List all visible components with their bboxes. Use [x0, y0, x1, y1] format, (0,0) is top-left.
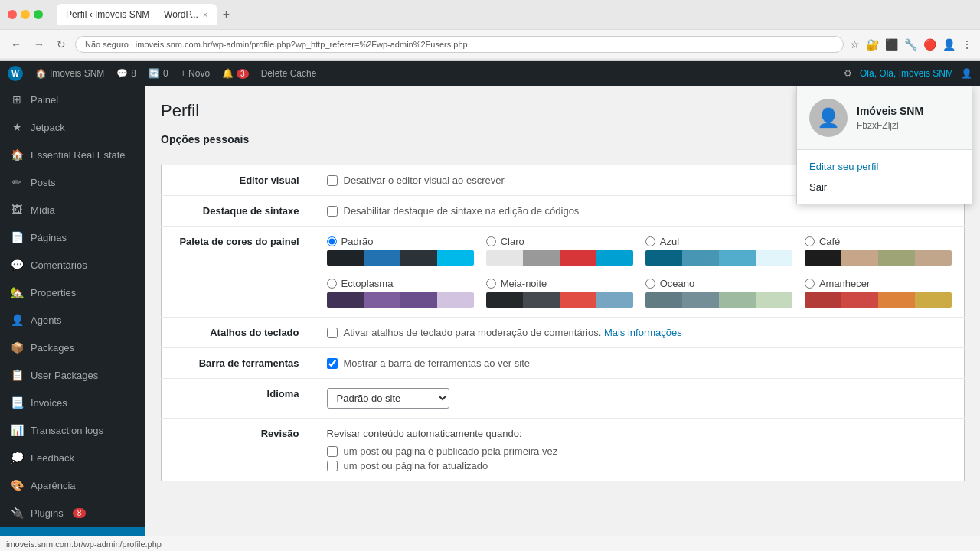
color-radio-padrao[interactable] [327, 236, 337, 246]
tab-close-button[interactable]: × [203, 11, 207, 19]
sidebar-item-packages[interactable]: 📦 Packages [0, 334, 145, 361]
close-traffic-light[interactable] [8, 10, 17, 19]
menu-icon[interactable]: ⋮ [962, 38, 972, 51]
packages-icon: 📦 [9, 340, 24, 355]
revision-check1-checkbox[interactable] [327, 446, 338, 457]
visual-editor-checkbox[interactable] [327, 175, 338, 186]
syntax-highlight-label: Destaque de sintaxe [162, 196, 315, 227]
toolbar-checkbox[interactable] [327, 358, 338, 369]
admin-bar-comments[interactable]: 💬 8 [116, 68, 136, 79]
greeting-name: Olá, Imóveis SNM [879, 68, 953, 79]
comments-count: 8 [131, 68, 136, 79]
sidebar-item-paginas[interactable]: 📄 Páginas [0, 223, 145, 251]
admin-bar-alerts[interactable]: 🔔 3 [222, 68, 249, 79]
extension2-icon[interactable]: ⬛ [885, 38, 898, 51]
edit-profile-link[interactable]: Editar seu perfil [797, 156, 972, 177]
extension-icon[interactable]: 🔐 [866, 38, 879, 51]
user-packages-icon: 📋 [9, 367, 24, 383]
tab-bar: Perfil ‹ Imoveis SNM — WordP... × + [57, 4, 972, 25]
screen-options-icon[interactable]: ⚙ [844, 68, 852, 79]
sidebar-item-comentarios[interactable]: 💬 Comentários [0, 251, 145, 279]
updates-icon: 🔄 [149, 68, 160, 79]
sidebar-item-user-packages[interactable]: 📋 User Packages [0, 361, 145, 389]
revision-check2-checkbox[interactable] [327, 461, 338, 471]
color-swatches-claro [486, 250, 633, 266]
sidebar-item-invoices[interactable]: 📃 Invoices [0, 389, 145, 416]
sidebar-item-usuarios[interactable]: 👥 Usuários [0, 527, 145, 536]
logout-link[interactable]: Sair [797, 177, 972, 197]
sidebar-item-midia[interactable]: 🖼 Mídia [0, 196, 145, 223]
revision-row: Revisão Revisar conteúdo automaticamente… [162, 419, 965, 481]
status-url: imoveis.snm.com.br/wp-admin/profile.php [6, 540, 162, 549]
color-option-amanhecer[interactable]: Amanhecer [805, 278, 952, 308]
bookmark-icon[interactable]: ☆ [850, 38, 860, 51]
sidebar: ⊞ Painel ★ Jetpack 🏠 Essential Real Esta… [0, 86, 145, 536]
sidebar-label-midia: Mídia [31, 204, 55, 216]
admin-bar-new[interactable]: + Novo [181, 68, 210, 79]
keyboard-shortcuts-checkbox[interactable] [327, 328, 338, 338]
sidebar-item-properties[interactable]: 🏡 Properties [0, 279, 145, 306]
sidebar-item-painel[interactable]: ⊞ Painel [0, 86, 145, 113]
minimize-traffic-light[interactable] [21, 10, 30, 19]
aparencia-icon: 🎨 [9, 478, 24, 493]
color-radio-azul[interactable] [645, 236, 655, 246]
revision-label: Revisão [162, 419, 315, 481]
admin-bar-site[interactable]: 🏠 Imoveis SNM [35, 68, 104, 79]
admin-avatar-icon[interactable]: 👤 [961, 68, 972, 79]
color-option-claro[interactable]: Claro [486, 236, 633, 266]
address-text: Não seguro | imoveis.snm.com.br/wp-admin… [85, 40, 834, 49]
color-swatches-azul [645, 250, 792, 266]
toolbar-checkbox-label: Mostrar a barra de ferramentas ao ver si… [344, 357, 531, 369]
color-radio-amanhecer[interactable] [805, 279, 815, 289]
color-palette-label: Paleta de cores do painel [162, 227, 315, 318]
user-info: Imóveis SNM FbzxFZljzl [857, 105, 923, 131]
revision-check2-label: um post ou página for atualizado [344, 460, 488, 471]
color-option-meia-noite[interactable]: Meia-noite [486, 278, 633, 308]
user-popup-header: 👤 Imóveis SNM FbzxFZljzl [797, 86, 972, 150]
admin-bar-updates[interactable]: 🔄 0 [149, 68, 168, 79]
sidebar-item-aparencia[interactable]: 🎨 Aparência [0, 471, 145, 499]
color-label-azul: Azul [660, 236, 679, 247]
profile-table: Editor visual Desativar o editor visual … [161, 165, 965, 481]
sidebar-item-feedback[interactable]: 💭 Feedback [0, 444, 145, 471]
color-radio-ectoplasma[interactable] [327, 279, 337, 289]
maximize-traffic-light[interactable] [34, 10, 43, 19]
sidebar-item-posts[interactable]: ✏ Posts [0, 168, 145, 196]
admin-bar-greeting[interactable]: Olá, Olá, Imóveis SNM [860, 68, 953, 79]
color-option-azul[interactable]: Azul [645, 236, 792, 266]
syntax-highlight-checkbox[interactable] [327, 206, 338, 217]
keyboard-shortcuts-link[interactable]: Mais informações [604, 327, 682, 338]
color-radio-claro[interactable] [486, 236, 496, 246]
back-button[interactable]: ← [8, 37, 24, 52]
sidebar-label-painel: Painel [31, 94, 58, 106]
address-bar[interactable]: Não seguro | imoveis.snm.com.br/wp-admin… [75, 36, 844, 53]
sidebar-item-plugins[interactable]: 🔌 Plugins 8 [0, 499, 145, 527]
sidebar-item-agents[interactable]: 👤 Agents [0, 306, 145, 334]
color-option-padrao[interactable]: Padrão [327, 236, 474, 266]
color-radio-oceano[interactable] [645, 279, 655, 289]
user-handle: FbzxFZljzl [857, 120, 923, 131]
color-option-ectoplasma[interactable]: Ectoplasma [327, 278, 474, 308]
user-icon[interactable]: 👤 [942, 38, 956, 51]
forward-button[interactable]: → [31, 37, 47, 52]
new-tab-button[interactable]: + [223, 8, 230, 21]
admin-bar-delete-cache[interactable]: Delete Cache [261, 68, 317, 79]
language-select[interactable]: Padrão do site [327, 388, 449, 409]
color-swatches-cafe [805, 250, 952, 266]
color-radio-meia-noite[interactable] [486, 279, 496, 289]
refresh-button[interactable]: ↻ [54, 37, 69, 52]
sidebar-item-transaction-logs[interactable]: 📊 Transaction logs [0, 416, 145, 444]
admin-bar-right: ⚙ Olá, Olá, Imóveis SNM 👤 [844, 68, 972, 79]
color-radio-cafe[interactable] [805, 236, 815, 246]
extension4-icon[interactable]: 🔴 [923, 38, 936, 51]
wp-logo[interactable]: W [8, 66, 23, 81]
sidebar-item-jetpack[interactable]: ★ Jetpack [0, 113, 145, 141]
extension3-icon[interactable]: 🔧 [904, 38, 917, 51]
essential-real-estate-icon: 🏠 [9, 147, 24, 162]
plugins-badge: 8 [73, 508, 87, 518]
color-swatches-oceano [645, 292, 792, 308]
sidebar-item-essential-real-estate[interactable]: 🏠 Essential Real Estate [0, 141, 145, 168]
color-option-cafe[interactable]: Café [805, 236, 952, 266]
color-option-oceano[interactable]: Oceano [645, 278, 792, 308]
active-tab[interactable]: Perfil ‹ Imoveis SNM — WordP... × [57, 4, 217, 25]
